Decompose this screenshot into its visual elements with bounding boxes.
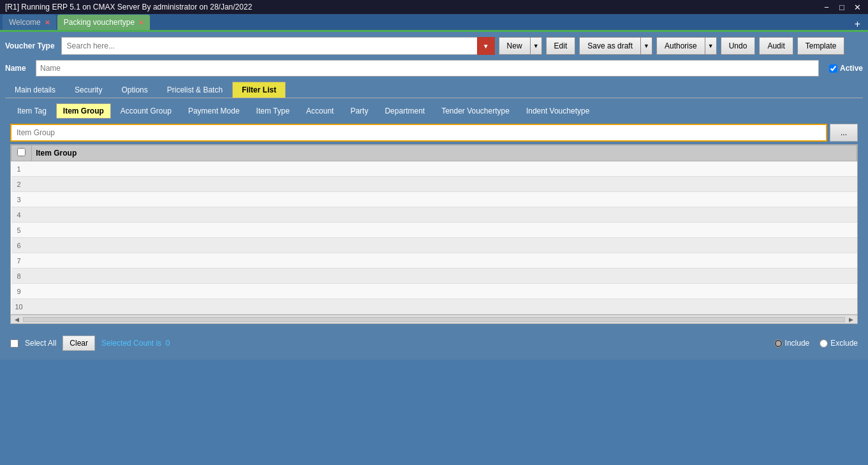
sub-tab-item-group[interactable]: Item Group <box>56 103 111 119</box>
row-checkbox-cell: 5 <box>11 223 32 238</box>
row-number: 8 <box>17 272 26 280</box>
item-group-table: Item Group 1 2 3 4 <box>11 145 857 314</box>
table-row: 7 <box>11 253 857 269</box>
table-row: 10 <box>11 299 857 314</box>
include-radio-label[interactable]: Include <box>774 339 810 348</box>
row-number: 7 <box>17 257 26 265</box>
add-tab-button[interactable]: + <box>850 18 865 30</box>
row-item-group-cell <box>32 192 857 207</box>
table-row: 9 <box>11 284 857 299</box>
new-button[interactable]: New <box>499 37 531 55</box>
title-bar: [R1] Running ERP 5.1 on CMAX Server By a… <box>0 0 868 14</box>
save-draft-button[interactable]: Save as draft <box>579 37 641 55</box>
tab-packing-vouchertype[interactable]: Packing vouchertype ✕ <box>57 15 150 30</box>
row-number: 4 <box>17 211 26 219</box>
select-all-label: Select All <box>25 339 56 348</box>
active-checkbox[interactable] <box>829 64 837 73</box>
sub-tab-department[interactable]: Department <box>378 103 432 119</box>
row-item-group-cell <box>32 238 857 253</box>
row-item-group-cell <box>32 223 857 238</box>
horizontal-scrollbar[interactable]: ◀ ▶ <box>11 314 857 323</box>
tab-filter-list[interactable]: Filter List <box>232 82 286 98</box>
sub-tab-account-group[interactable]: Account Group <box>114 103 179 119</box>
exclude-radio-label[interactable]: Exclude <box>820 339 858 348</box>
voucher-type-label: Voucher Type <box>5 41 55 50</box>
audit-button[interactable]: Audit <box>759 37 793 55</box>
tab-welcome[interactable]: Welcome ✕ <box>3 15 56 30</box>
sub-tab-party[interactable]: Party <box>343 103 375 119</box>
row-checkbox-cell: 6 <box>11 238 32 253</box>
tab-pricelist-batch[interactable]: Pricelist & Batch <box>158 82 232 98</box>
maximize-button[interactable]: □ <box>836 1 848 13</box>
row-checkbox-cell: 8 <box>11 269 32 284</box>
save-draft-btn-group: Save as draft ▼ <box>579 37 652 55</box>
voucher-type-search-wrapper: ▼ <box>61 37 495 55</box>
active-label: Active <box>840 64 863 73</box>
sub-tab-item-type[interactable]: Item Type <box>249 103 297 119</box>
tab-main-details[interactable]: Main details <box>5 82 65 98</box>
close-button[interactable]: ✕ <box>851 1 863 13</box>
tab-packing-label: Packing vouchertype <box>64 18 135 27</box>
row-item-group-cell <box>32 253 857 269</box>
row-checkbox-cell: 1 <box>11 161 32 177</box>
active-wrapper: Active <box>829 64 863 73</box>
table-row: 6 <box>11 238 857 253</box>
title-text: [R1] Running ERP 5.1 on CMAX Server By a… <box>5 3 252 11</box>
clear-button[interactable]: Clear <box>63 336 95 351</box>
sub-tab-item-tag[interactable]: Item Tag <box>10 103 54 119</box>
sub-tab-payment-mode[interactable]: Payment Mode <box>181 103 247 119</box>
item-group-search-row: ... <box>10 124 858 142</box>
table-row: 1 <box>11 161 857 177</box>
save-draft-dropdown-arrow[interactable]: ▼ <box>641 37 652 55</box>
row-checkbox-cell: 4 <box>11 207 32 223</box>
sub-tab-account[interactable]: Account <box>299 103 341 119</box>
search-dropdown-button[interactable]: ▼ <box>477 37 495 55</box>
row-number: 10 <box>15 303 28 311</box>
tab-bar: Welcome ✕ Packing vouchertype ✕ + <box>0 14 868 32</box>
row-item-group-cell <box>32 177 857 192</box>
table-row: 3 <box>11 192 857 207</box>
tab-security[interactable]: Security <box>65 82 112 98</box>
selected-count-label: Selected Count is <box>101 339 161 348</box>
header-checkbox[interactable] <box>17 148 26 156</box>
authorise-btn-group: Authorise ▼ <box>656 37 717 55</box>
exclude-radio[interactable] <box>820 339 828 348</box>
scroll-track[interactable] <box>23 317 845 322</box>
sub-tabs: Item Tag Item Group Account Group Paymen… <box>10 103 858 119</box>
voucher-type-search-input[interactable] <box>61 37 495 55</box>
selected-count-value: 0 <box>166 339 170 348</box>
bottom-bar: Select All Clear Selected Count is 0 Inc… <box>5 332 863 355</box>
undo-button[interactable]: Undo <box>721 37 756 55</box>
sub-tab-indent-vouchetype[interactable]: Indent Vouchetype <box>519 103 596 119</box>
row-number: 9 <box>17 288 26 295</box>
tab-welcome-close[interactable]: ✕ <box>45 19 50 26</box>
scroll-left-arrow[interactable]: ◀ <box>12 316 22 323</box>
data-table-wrapper: Item Group 1 2 3 4 <box>10 144 858 324</box>
edit-button[interactable]: Edit <box>546 37 576 55</box>
authorise-button[interactable]: Authorise <box>656 37 705 55</box>
minimize-button[interactable]: − <box>821 1 832 13</box>
item-group-search-input[interactable] <box>10 124 827 142</box>
new-dropdown-arrow[interactable]: ▼ <box>531 37 542 55</box>
include-exclude-group: Include Exclude <box>774 339 858 348</box>
dots-button[interactable]: ... <box>830 124 858 142</box>
name-input[interactable] <box>36 60 819 77</box>
row-item-group-cell <box>32 284 857 299</box>
authorise-dropdown-arrow[interactable]: ▼ <box>705 37 717 55</box>
name-label: Name <box>5 64 31 73</box>
row-checkbox-cell: 10 <box>11 299 32 314</box>
row-item-group-cell <box>32 299 857 314</box>
sub-tab-tender-vouchertype[interactable]: Tender Vouchertype <box>434 103 517 119</box>
row-item-group-cell <box>32 207 857 223</box>
nav-tabs: Main details Security Options Pricelist … <box>5 82 863 98</box>
select-all-checkbox[interactable] <box>10 339 18 348</box>
include-radio[interactable] <box>774 339 783 348</box>
scroll-right-arrow[interactable]: ▶ <box>846 316 856 323</box>
tab-packing-close[interactable]: ✕ <box>138 19 143 26</box>
table-row: 4 <box>11 207 857 223</box>
tab-options[interactable]: Options <box>112 82 157 98</box>
row-checkbox-cell: 7 <box>11 253 32 269</box>
main-content: Voucher Type ▼ New ▼ Edit Save as draft … <box>0 32 868 360</box>
template-button[interactable]: Template <box>797 37 845 55</box>
header-checkbox-col <box>11 145 32 161</box>
